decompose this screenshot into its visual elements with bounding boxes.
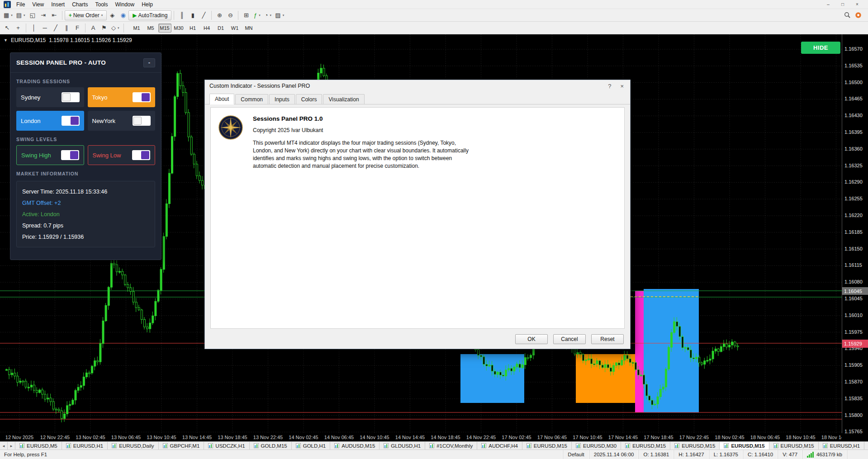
periods-button[interactable]: ◔▾ <box>262 10 273 20</box>
chart-tab[interactable]: #1COV,Monthly <box>425 442 477 450</box>
chart-tab[interactable]: GBPCHF,M1 <box>159 442 204 450</box>
chart-tab[interactable]: EURUSD,M15 <box>522 442 572 450</box>
menu-window[interactable]: Window <box>112 1 138 8</box>
timeframe-m1[interactable]: M1 <box>130 24 143 33</box>
chart-tab[interactable]: EURUSD,M5 <box>15 442 62 450</box>
tile-windows-button[interactable]: ⊞ <box>241 10 251 20</box>
zoom-in-button[interactable]: ⊕ <box>214 10 225 20</box>
trendline-button[interactable]: ╱ <box>50 23 61 33</box>
chart-tab[interactable]: EURUSD,H1 <box>819 442 864 450</box>
expert-advisors-button[interactable]: ◈ <box>107 10 118 20</box>
menu-file[interactable]: File <box>13 1 28 8</box>
timeframe-h1[interactable]: H1 <box>186 24 199 33</box>
text-button[interactable]: A <box>88 23 99 33</box>
close-icon[interactable]: × <box>851 1 863 8</box>
price-axis[interactable]: 1.165701.165351.165001.164651.164301.163… <box>842 34 868 433</box>
menu-charts[interactable]: Charts <box>68 1 91 8</box>
zoom-out-button[interactable]: ⊖ <box>225 10 236 20</box>
timeframe-m5[interactable]: M5 <box>144 24 157 33</box>
status-profile[interactable]: Default <box>563 450 588 459</box>
ok-button[interactable]: OK <box>515 334 548 344</box>
toggle-swing-high[interactable] <box>61 150 79 160</box>
hide-button[interactable]: HIDE <box>801 42 840 54</box>
swing-tile-swing-low[interactable]: Swing Low <box>88 145 156 165</box>
toggle-newyork[interactable] <box>133 116 151 126</box>
dialog-tab-colors[interactable]: Colors <box>296 94 323 104</box>
dialog-tab-about[interactable]: About <box>209 94 234 104</box>
timeframe-w1[interactable]: W1 <box>228 24 242 33</box>
dialog-title-bar[interactable]: Custom Indicator - Sessions Panel PRO ? … <box>205 80 630 92</box>
chart-tab[interactable]: EURUSD,M15 <box>670 442 720 450</box>
candlestick-button[interactable]: ▮ <box>187 10 198 20</box>
toggle-sydney[interactable] <box>62 92 80 102</box>
dialog-tab-visualization[interactable]: Visualization <box>323 94 364 104</box>
menu-insert[interactable]: Insert <box>47 1 68 8</box>
timeframe-h4[interactable]: H4 <box>200 24 213 33</box>
cursor-button[interactable]: ↖ <box>2 23 13 33</box>
new-chart-button[interactable]: ▦▾ <box>2 10 14 20</box>
cancel-button[interactable]: Cancel <box>553 334 586 344</box>
profiles-button[interactable]: ▤▾ <box>14 10 27 20</box>
timeframe-mn[interactable]: MN <box>242 24 256 33</box>
channel-button[interactable]: ∥ <box>61 23 72 33</box>
chart-tab[interactable]: AUDCHF,H4 <box>477 442 522 450</box>
auto-scroll-button[interactable]: ⇥ <box>38 10 49 20</box>
chart-tab[interactable]: AUDUSD,M15 <box>330 442 379 450</box>
swing-tile-swing-high[interactable]: Swing High <box>16 145 84 165</box>
menu-tools[interactable]: Tools <box>92 1 112 8</box>
chart-tab[interactable]: EURUSD,H1 <box>62 442 108 450</box>
chart-tab[interactable]: EURUSD,Daily <box>108 442 158 450</box>
dialog-tab-common[interactable]: Common <box>235 94 268 104</box>
new-order-button[interactable]: +New Order▾ <box>65 10 107 20</box>
line-chart-button[interactable]: ╱ <box>198 10 209 20</box>
indicators-button[interactable]: ƒ▾ <box>251 10 262 20</box>
scripts-button[interactable]: ◉ <box>118 10 128 20</box>
dialog-close-icon[interactable]: × <box>620 83 624 90</box>
toggle-swing-low[interactable] <box>132 150 150 160</box>
time-axis[interactable]: 12 Nov 202512 Nov 22:4513 Nov 02:4513 No… <box>0 433 842 441</box>
bar-chart-button[interactable]: ║ <box>176 10 187 20</box>
community-button[interactable] <box>853 10 863 20</box>
chart-tab[interactable]: GOLD,M15 <box>250 442 292 450</box>
tabs-scroll-left-button[interactable]: ◂ <box>0 442 8 450</box>
crosshair-button[interactable]: + <box>13 23 24 33</box>
chart-tab[interactable]: EURUSD,M15 <box>769 442 819 450</box>
chart-tab[interactable]: EURUSD,M15 <box>720 442 769 450</box>
chart-tab[interactable]: EURUSD,M15 <box>621 442 670 450</box>
maximize-icon[interactable]: □ <box>836 1 849 8</box>
dialog-help-button[interactable]: ? <box>608 83 611 90</box>
autotrading-button[interactable]: ▶AutoTrading <box>128 10 171 20</box>
chart-shift-button[interactable]: ⇤ <box>49 10 60 20</box>
panel-minimize-button[interactable]: - <box>143 58 155 67</box>
menu-help[interactable]: Help <box>138 1 157 8</box>
minimize-icon[interactable]: – <box>822 1 835 8</box>
templates-button[interactable]: ▨▾ <box>273 10 286 20</box>
chart-dropdown-icon[interactable]: ▼ <box>4 38 8 43</box>
toggle-london[interactable] <box>62 116 80 126</box>
chart-tab[interactable]: EURUSD,M30 <box>572 442 621 450</box>
search-button[interactable] <box>842 10 853 20</box>
session-tile-newyork[interactable]: NewYork <box>88 111 156 131</box>
chart-area: ▼ EURUSD,M15 1.15978 1.16015 1.15926 1.1… <box>0 34 868 441</box>
shapes-button[interactable]: ◇▾ <box>109 23 121 33</box>
toggle-tokyo[interactable] <box>133 92 151 102</box>
timeframe-d1[interactable]: D1 <box>214 24 228 33</box>
menu-view[interactable]: View <box>28 1 47 8</box>
session-tile-sydney[interactable]: Sydney <box>16 87 84 107</box>
dialog-tab-inputs[interactable]: Inputs <box>269 94 295 104</box>
timeframe-m15[interactable]: M15 <box>158 24 171 33</box>
chart-tab[interactable]: GLDUSD,H1 <box>379 442 425 450</box>
cascade-windows-button[interactable]: ◱ <box>27 10 38 20</box>
reset-button[interactable]: Reset <box>591 334 624 344</box>
fibonacci-button[interactable]: F <box>72 23 83 33</box>
tabs-scroll-right-button[interactable]: ▸ <box>8 442 15 450</box>
chart-tab[interactable]: GOLD,H1 <box>292 442 331 450</box>
chart-tab[interactable]: USDCZK,H1 <box>204 442 249 450</box>
price-axis-label: 1.16115 <box>844 262 862 268</box>
session-tile-tokyo[interactable]: Tokyo <box>88 87 156 107</box>
vertical-line-button[interactable]: │ <box>28 23 39 33</box>
horizontal-line-button[interactable]: ─ <box>39 23 50 33</box>
session-tile-london[interactable]: London <box>16 111 84 131</box>
label-button[interactable]: ⚑ <box>99 23 109 33</box>
timeframe-m30[interactable]: M30 <box>172 24 185 33</box>
